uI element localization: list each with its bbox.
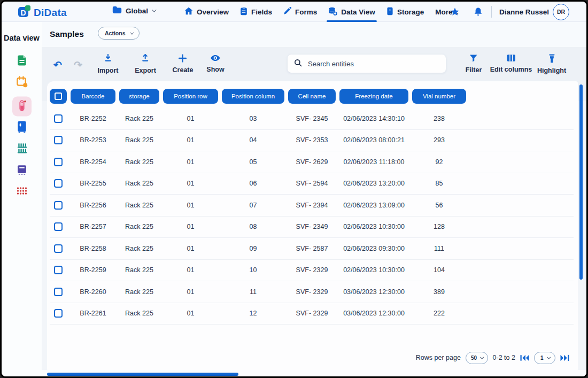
nav-item-label: Data View — [341, 8, 375, 16]
cell-freezing-date: 02/06/2023 13:09:00 — [339, 202, 408, 209]
select-all-header[interactable] — [50, 89, 67, 104]
active-tab-underline — [327, 20, 377, 22]
column-header-vial-number[interactable]: Vial number — [412, 89, 466, 104]
column-header-storage[interactable]: storage — [119, 89, 159, 104]
column-header-position-row[interactable]: Position row — [163, 89, 218, 104]
row-checkbox[interactable] — [54, 201, 63, 210]
cell-barcode: BR-2255 — [71, 180, 115, 187]
sidebar-item-boxes[interactable] — [16, 164, 27, 178]
column-header-barcode[interactable]: Barcode — [71, 89, 115, 104]
nav-item-fields[interactable]: Fields — [240, 2, 272, 22]
export-icon — [141, 54, 150, 65]
cell-storage: Rack 225 — [119, 310, 159, 317]
cell-barcode: BR-2256 — [71, 202, 115, 209]
folder-icon — [112, 6, 122, 16]
nav-item-forms[interactable]: Forms — [283, 2, 317, 22]
row-checkbox[interactable] — [54, 222, 63, 231]
row-checkbox[interactable] — [54, 114, 63, 123]
cell-position-row: 01 — [163, 223, 218, 230]
redo-button[interactable]: ↷ — [74, 60, 82, 70]
row-checkbox[interactable] — [54, 266, 63, 274]
top-nav: D DiData Global Overview — [2, 2, 586, 22]
table-row: BR-2252Rack 2250103SVF- 234502/06/2023 1… — [50, 108, 574, 130]
page-select[interactable]: 1 — [534, 352, 555, 364]
highlight-button[interactable]: Highlight — [537, 54, 566, 74]
sidebar-item-samples[interactable] — [12, 97, 32, 117]
user-name[interactable]: Dianne Russel — [499, 8, 549, 16]
rows-per-page-value: 50 — [471, 355, 477, 361]
row-checkbox[interactable] — [54, 309, 63, 318]
well-plate-icon — [17, 187, 27, 197]
chevron-down-icon — [152, 7, 156, 12]
column-header-position-column[interactable]: Position column — [222, 89, 284, 104]
sidebar-item-plates[interactable] — [17, 187, 27, 197]
chevron-down-icon — [481, 355, 484, 358]
nav-item-label: Forms — [295, 8, 317, 16]
nav-item-label: Fields — [251, 8, 272, 16]
import-button[interactable]: Import — [98, 54, 119, 74]
workspace-selector[interactable]: Global — [112, 6, 155, 16]
cell-position-row: 01 — [163, 202, 218, 209]
search-box[interactable] — [288, 55, 446, 73]
filter-icon — [469, 54, 478, 65]
search-input[interactable] — [308, 60, 439, 68]
export-button[interactable]: Export — [135, 54, 156, 74]
column-header-cell-name[interactable]: Cell name — [288, 89, 336, 104]
row-checkbox[interactable] — [54, 136, 63, 144]
filter-button[interactable]: Filter — [466, 54, 482, 74]
chevron-down-icon — [547, 355, 550, 358]
highlight-label: Highlight — [537, 67, 566, 74]
create-button[interactable]: Create — [173, 54, 194, 74]
edit-columns-label: Edit columns — [490, 66, 532, 73]
nav-item-storage[interactable]: Storage — [386, 2, 424, 22]
cell-position-row: 01 — [163, 245, 218, 252]
cell-position-column: 10 — [222, 266, 284, 274]
pencil-icon — [283, 7, 291, 17]
eye-icon — [211, 54, 221, 64]
table-row: BR-2257Rack 2250108SVF- 234902/06/2023 1… — [50, 217, 574, 238]
column-header-freezing-date[interactable]: Freezing date — [339, 89, 408, 104]
last-page-button[interactable] — [560, 354, 569, 361]
actions-button-label: Actions — [105, 30, 126, 36]
sidebar-item-documents[interactable] — [16, 55, 28, 69]
table-body: BR-2252Rack 2250103SVF- 234502/06/2023 1… — [50, 108, 574, 325]
cell-barcode: BR-2252 — [71, 115, 115, 122]
cell-freezing-date: 02/06/2023 11:18:00 — [339, 158, 408, 166]
row-checkbox[interactable] — [54, 158, 63, 166]
actions-button[interactable]: Actions — [98, 27, 140, 40]
sidebar-item-racks[interactable] — [16, 142, 28, 157]
divider — [491, 6, 492, 18]
undo-button[interactable]: ↶ — [53, 60, 62, 70]
cell-freezing-date: 02/06/2023 10:30:00 — [339, 223, 408, 230]
checkbox-cell — [50, 114, 67, 123]
row-checkbox[interactable] — [54, 179, 63, 188]
page-value: 1 — [540, 355, 544, 361]
table-row: BR-2261Rack 2250112SVF- 232903/06/2023 1… — [50, 303, 574, 325]
avatar[interactable]: DR — [553, 4, 569, 20]
logo[interactable]: D DiData — [18, 5, 67, 20]
cell-vial-number: 85 — [412, 180, 466, 187]
cell-vial-number: 56 — [412, 202, 466, 209]
horizontal-scrollbar[interactable] — [47, 373, 238, 376]
sidebar-item-calendar[interactable] — [16, 76, 28, 90]
sidebar: Data view — [2, 22, 42, 376]
star-icon[interactable] — [450, 6, 460, 17]
edit-columns-button[interactable]: Edit columns — [490, 54, 532, 73]
cell-cell-name: SVF- 2349 — [288, 223, 336, 230]
rows-per-page-select[interactable]: 50 — [466, 352, 488, 364]
cell-storage: Rack 225 — [119, 245, 159, 252]
bell-icon[interactable] — [473, 6, 484, 17]
sidebar-item-freezer[interactable] — [17, 121, 27, 135]
cell-cell-name: SVF- 2394 — [288, 202, 336, 209]
cell-storage: Rack 225 — [119, 288, 159, 296]
row-checkbox[interactable] — [54, 288, 63, 296]
row-checkbox[interactable] — [54, 244, 63, 253]
vertical-scrollbar[interactable] — [579, 84, 583, 280]
show-button[interactable]: Show — [206, 54, 224, 73]
select-all-checkbox[interactable] — [55, 92, 62, 100]
cell-position-column: 09 — [222, 245, 284, 252]
nav-item-overview[interactable]: Overview — [184, 2, 229, 22]
first-page-button[interactable] — [520, 354, 529, 361]
nav-item-data-view[interactable]: Data View — [328, 2, 375, 22]
cell-freezing-date: 02/06/2023 08:00:21 — [339, 136, 408, 144]
